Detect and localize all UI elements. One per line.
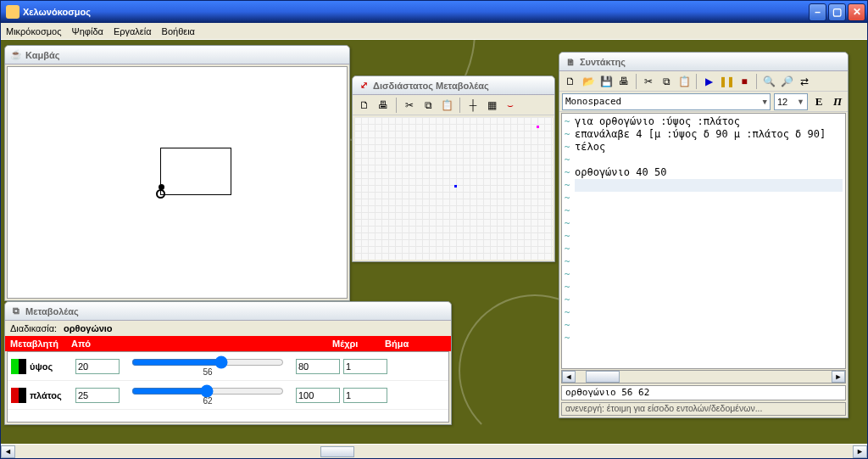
close-button[interactable]: ✕ (848, 3, 865, 21)
font-select[interactable]: Monospaced▼ (562, 93, 771, 110)
print-icon[interactable]: 🖶 (375, 97, 392, 114)
scroll-right-icon[interactable]: ► (832, 371, 845, 383)
var-step-input[interactable] (343, 388, 387, 403)
scroll-right-icon[interactable]: ► (853, 445, 867, 458)
procedure-label: Διαδικασία: (10, 323, 57, 333)
slider2d-toolbar: 🗋 🖶 ✂ ⧉ 📋 ┼ ▦ ⌣ (353, 95, 554, 115)
var-slider-value: 56 (203, 367, 212, 377)
var-from-input[interactable] (75, 388, 120, 403)
var-name: ύψος (30, 361, 72, 372)
var-to-input[interactable] (296, 359, 340, 374)
drawn-rectangle (160, 148, 231, 195)
font-size: 12 (777, 97, 787, 107)
color-chip[interactable] (11, 388, 26, 403)
slider2d-title: Δισδιάστατος Μεταβολέας (373, 81, 489, 91)
scroll-thumb[interactable] (586, 371, 620, 383)
var-slider-value: 62 (203, 396, 212, 406)
main-hscroll[interactable]: ◄ ► (1, 444, 867, 458)
hdr-var: Μεταβλητή (10, 339, 71, 349)
canvas-title: Καμβάς (25, 50, 59, 60)
var-row: πλάτος 62 (8, 381, 448, 410)
output-line: ορθογώνιο 56 62 (561, 385, 846, 400)
canvas-panel: ☕ Καμβάς (4, 45, 350, 301)
grid-icon[interactable]: ▦ (483, 97, 500, 114)
window-title: Χελωνόκοσμος (23, 7, 91, 17)
status-line: ανενεργή: έτοιμη για είσοδο εντολών/δεδο… (561, 402, 846, 416)
minimize-button[interactable]: – (809, 3, 826, 21)
point-magenta[interactable] (537, 126, 539, 128)
code-editor[interactable]: ~~~~~~~~~~~~~~~~~~ για ορθογώνιο :ύψος :… (561, 113, 846, 369)
paste-icon[interactable]: 📋 (676, 73, 693, 90)
axes-icon[interactable]: ┼ (465, 97, 481, 114)
menu-help[interactable]: Βοήθεια (162, 26, 195, 36)
scroll-thumb[interactable] (320, 446, 354, 457)
hdr-to: Μέχρι (332, 339, 385, 349)
font-name: Monospaced (565, 96, 621, 107)
save-icon[interactable]: 💾 (598, 73, 615, 90)
chevron-down-icon: ▼ (797, 98, 804, 106)
workspace: ☕ Καμβάς ⤢ Δισδιάστατος Μεταβολέας 🗋 🖶 ✂… (1, 40, 867, 444)
copy-icon[interactable]: ⧉ (658, 73, 675, 90)
slider2d-panel: ⤢ Δισδιάστατος Μεταβολέας 🗋 🖶 ✂ ⧉ 📋 ┼ ▦ … (352, 76, 555, 262)
find-next-icon[interactable]: 🔎 (778, 73, 795, 90)
menu-microcosm[interactable]: Μικρόκοσμος (6, 26, 62, 36)
turtle-cursor (156, 189, 165, 199)
procedure-name: ορθογώνιο (64, 323, 113, 333)
var-step-input[interactable] (343, 359, 387, 374)
turtle-canvas[interactable] (7, 66, 348, 299)
var-name: πλάτος (30, 390, 72, 400)
find-icon[interactable]: 🔍 (760, 73, 777, 90)
var-from-input[interactable] (75, 359, 120, 374)
menu-tile[interactable]: Ψηφίδα (72, 26, 103, 36)
color-chip[interactable] (11, 359, 26, 374)
editor-title: Συντάκτης (580, 57, 626, 67)
italic-button[interactable]: Π (830, 94, 845, 109)
menubar: Μικρόκοσμος Ψηφίδα Εργαλεία Βοήθεια (1, 23, 867, 40)
var-row: ύψος 56 (8, 352, 448, 381)
bold-button[interactable]: E (811, 94, 826, 109)
copy-icon[interactable]: ⧉ (420, 97, 437, 114)
paste-icon[interactable]: 📋 (438, 97, 455, 114)
print-icon[interactable]: 🖶 (615, 73, 632, 90)
slider2d-area[interactable] (354, 117, 553, 260)
size-select[interactable]: 12▼ (774, 93, 808, 110)
hdr-from: Από (71, 339, 120, 349)
open-icon[interactable]: 📂 (580, 73, 597, 90)
replace-icon[interactable]: ⇄ (796, 73, 813, 90)
variable-title: Μεταβολέας (25, 306, 79, 316)
point-blue[interactable] (454, 185, 457, 188)
pause-icon[interactable]: ❚❚ (718, 73, 735, 90)
cut-icon[interactable]: ✂ (640, 73, 657, 90)
variable-header: Μεταβλητή Από Μέχρι Βήμα (5, 336, 451, 351)
editor-gutter: ~~~~~~~~~~~~~~~~~~ (562, 114, 572, 368)
cut-icon[interactable]: ✂ (401, 97, 418, 114)
scroll-left-icon[interactable]: ◄ (1, 445, 15, 458)
chevron-down-icon: ▼ (763, 98, 767, 106)
variable-panel: ⧉ Μεταβολέας Διαδικασία: ορθογώνιο Μεταβ… (4, 301, 452, 425)
titlebar: Χελωνόκοσμος – ▢ ✕ (1, 1, 867, 23)
editor-toolbar-1: 🗋 📂 💾 🖶 ✂ ⧉ 📋 ▶ ❚❚ ■ 🔍 🔎 ⇄ (559, 71, 848, 92)
stop-icon[interactable]: ■ (736, 73, 753, 90)
new-icon[interactable]: 🗋 (562, 73, 579, 90)
variable-icon: ⧉ (10, 305, 22, 317)
editor-text[interactable]: για ορθογώνιο :ύψος :πλάτος επανάλαβε 4 … (572, 114, 845, 368)
slider2d-icon: ⤢ (358, 80, 370, 92)
editor-icon: 🗎 (565, 56, 576, 68)
new-icon[interactable]: 🗋 (356, 97, 373, 114)
maximize-button[interactable]: ▢ (828, 3, 846, 21)
var-to-input[interactable] (296, 388, 340, 403)
curve-icon[interactable]: ⌣ (502, 97, 519, 114)
run-icon[interactable]: ▶ (700, 73, 717, 90)
editor-toolbar-2: Monospaced▼ 12▼ E Π (559, 92, 848, 112)
menu-tools[interactable]: Εργαλεία (114, 26, 152, 36)
app-icon (6, 5, 19, 19)
editor-panel: 🗎 Συντάκτης 🗋 📂 💾 🖶 ✂ ⧉ 📋 ▶ ❚❚ ■ 🔍 🔎 ⇄ (559, 52, 849, 418)
hdr-step: Βήμα (385, 339, 427, 349)
java-icon: ☕ (10, 49, 22, 61)
editor-hscroll[interactable]: ◄ ► (561, 370, 846, 383)
scroll-left-icon[interactable]: ◄ (562, 371, 576, 383)
